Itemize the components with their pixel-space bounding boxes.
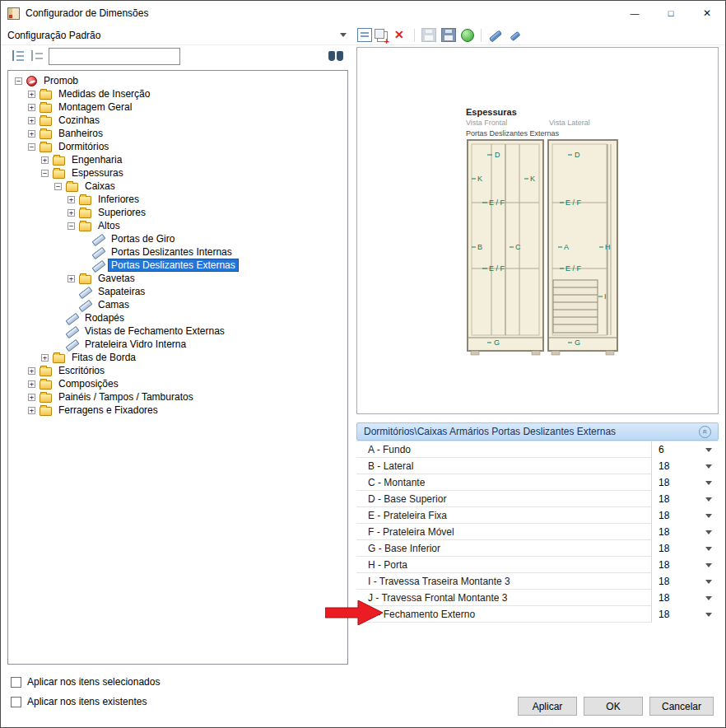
property-value-dropdown[interactable]: 18: [651, 557, 719, 573]
search-input[interactable]: [49, 48, 180, 65]
tree-item-medidas-de-insercao[interactable]: +Medidas de Inserção: [8, 87, 347, 100]
expand-expander-icon[interactable]: +: [28, 117, 35, 124]
chevron-down-icon[interactable]: [340, 33, 347, 37]
tree-item-altos[interactable]: −Altos: [8, 219, 347, 232]
property-row-g-base-inferior: G - Base Inferior18: [356, 540, 719, 557]
collapse-expander-icon[interactable]: −: [28, 143, 35, 151]
preview-title: Espessuras: [466, 107, 517, 117]
tree-item-sapateiras[interactable]: Sapateiras: [8, 285, 347, 298]
property-value-dropdown[interactable]: 18: [651, 524, 719, 540]
chevron-down-icon: [705, 497, 712, 502]
expand-expander-icon[interactable]: +: [28, 407, 35, 414]
save-icon[interactable]: [421, 28, 436, 42]
tree-item-rodapes[interactable]: Rodapés: [8, 311, 347, 324]
delete-configuration-icon[interactable]: [393, 28, 407, 42]
folder-icon: [40, 143, 52, 152]
tree-item-superiores[interactable]: +Superiores: [8, 206, 347, 219]
tree-item-inferiores[interactable]: +Inferiores: [8, 193, 347, 206]
tree-item-composicoes[interactable]: +Composições: [8, 377, 347, 390]
minimize-button[interactable]: —: [617, 1, 653, 26]
apply-existing-checkbox[interactable]: [11, 697, 21, 707]
collapse-expander-icon[interactable]: −: [41, 170, 49, 177]
close-button[interactable]: ✕: [689, 1, 725, 26]
chevron-down-icon: [705, 580, 712, 584]
folder-icon: [79, 222, 91, 231]
apply-button[interactable]: Aplicar: [518, 697, 577, 716]
tree-item-escritorios[interactable]: +Escritórios: [8, 364, 347, 377]
property-value-dropdown[interactable]: 18: [651, 507, 719, 524]
folder-icon: [40, 91, 52, 100]
expand-expander-icon[interactable]: +: [41, 156, 49, 164]
expand-expander-icon[interactable]: +: [28, 130, 35, 138]
window-title: Configurador de Dimensões: [26, 7, 148, 19]
expand-expander-icon[interactable]: +: [67, 196, 75, 203]
expand-expander-icon[interactable]: +: [67, 209, 75, 217]
tree-item-ferragens-e-fixadores[interactable]: +Ferragens e Fixadores: [8, 404, 347, 417]
tree-item-engenharia[interactable]: +Engenharia: [8, 153, 347, 166]
tree-item-banheiros[interactable]: +Banheiros: [8, 127, 347, 140]
property-value-dropdown[interactable]: 18: [651, 458, 719, 474]
ok-button[interactable]: OK: [584, 697, 643, 716]
expand-expander-icon[interactable]: +: [67, 275, 75, 282]
wrench-small-icon[interactable]: [508, 28, 523, 42]
expand-expander-icon[interactable]: +: [28, 91, 35, 98]
folder-icon: [40, 130, 52, 139]
maximize-button[interactable]: □: [653, 1, 689, 26]
tree-item-portas-deslizantes-internas[interactable]: Portas Deslizantes Internas: [8, 245, 347, 259]
preview-subcaption: Portas Deslizantes Externas: [466, 129, 559, 138]
collapse-expander-icon[interactable]: −: [67, 222, 75, 230]
tree-item-portas-deslizantes-externas[interactable]: Portas Deslizantes Externas: [8, 259, 347, 272]
dim-label-b: B: [477, 243, 482, 251]
property-value-dropdown[interactable]: 18: [651, 606, 719, 623]
dim-label-d: D: [495, 151, 500, 159]
property-label: J - Travessa Frontal Montante 3: [356, 592, 651, 604]
tree-item-montagem-geral[interactable]: +Montagem Geral: [8, 100, 347, 114]
expand-expander-icon[interactable]: +: [28, 394, 35, 401]
side-view-caption: Vista Lateral: [549, 119, 590, 127]
tree-item-caixas[interactable]: −Caixas: [8, 180, 347, 193]
tree-item-dormitorios[interactable]: −Dormitórios: [8, 140, 347, 153]
collapse-expander-icon[interactable]: −: [15, 77, 22, 85]
collapse-panel-button[interactable]: «: [699, 426, 711, 438]
property-value-dropdown[interactable]: 18: [651, 491, 719, 507]
cancel-button[interactable]: Cancelar: [649, 697, 714, 716]
tree-item-cozinhas[interactable]: +Cozinhas: [8, 114, 347, 127]
chevron-down-icon: [705, 481, 712, 485]
tree-item-prateleira-vidro-interna[interactable]: Prateleira Vidro Interna: [8, 338, 347, 351]
tree-item-portas-de-giro[interactable]: Portas de Giro: [8, 232, 347, 245]
sync-icon[interactable]: [461, 29, 474, 42]
property-value-dropdown[interactable]: 6: [651, 441, 719, 458]
property-value: 18: [652, 576, 669, 587]
expand-expander-icon[interactable]: +: [28, 380, 35, 388]
expand-expander-icon[interactable]: +: [41, 354, 49, 362]
search-icon[interactable]: [328, 51, 345, 62]
tree-item-camas[interactable]: Camas: [8, 298, 347, 311]
save-copy-icon[interactable]: [441, 28, 456, 42]
collapse-all-icon[interactable]: [30, 49, 44, 63]
expand-all-icon[interactable]: [11, 49, 26, 63]
tree-item-label: Promob: [41, 75, 81, 86]
property-row-c-montante: C - Montante18: [356, 474, 719, 491]
rename-configuration-icon[interactable]: [357, 28, 372, 42]
collapse-expander-icon[interactable]: −: [54, 183, 62, 190]
apply-selected-checkbox[interactable]: [11, 677, 21, 688]
folder-icon: [53, 170, 65, 179]
dim-label-c: C: [515, 243, 521, 251]
property-value-dropdown[interactable]: 18: [651, 590, 719, 606]
expand-expander-icon[interactable]: +: [28, 104, 35, 111]
property-value-dropdown[interactable]: 18: [651, 540, 719, 557]
configuration-dropdown[interactable]: Configuração Padrão: [7, 30, 347, 41]
property-value: 18: [652, 592, 669, 604]
wrench-icon[interactable]: [488, 28, 503, 42]
tree-item-fitas-de-borda[interactable]: +Fitas de Borda: [8, 351, 347, 364]
tree-item-vistas-de-fechamento-externas[interactable]: Vistas de Fechamento Externas: [8, 324, 347, 338]
property-value-dropdown[interactable]: 18: [651, 573, 719, 590]
tree-item-espessuras[interactable]: −Espessuras: [8, 166, 347, 180]
new-configuration-icon[interactable]: [377, 31, 388, 42]
tree-item-paineis-tampos-tamburatos[interactable]: +Painéis / Tampos / Tamburatos: [8, 390, 347, 404]
expand-expander-icon[interactable]: +: [28, 367, 35, 375]
folder-icon: [40, 407, 52, 416]
tree-item-promob[interactable]: −Promob: [8, 74, 347, 87]
tree-item-gavetas[interactable]: +Gavetas: [8, 272, 347, 285]
property-value-dropdown[interactable]: 18: [651, 474, 719, 491]
